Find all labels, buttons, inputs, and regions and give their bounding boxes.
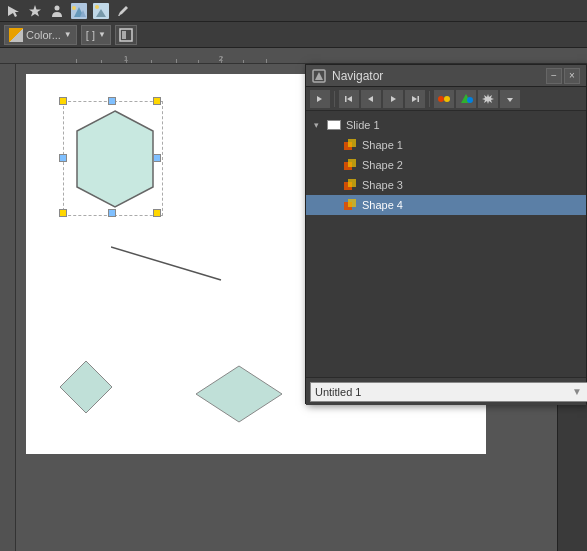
handle-ml[interactable] [59,154,67,162]
color-dropdown-label: Color... [26,29,61,41]
navigator-bottom: Untitled 1 ▼ [306,377,586,405]
tree-item-shape2[interactable]: Shape 2 [306,155,586,175]
shape1-icon [342,138,358,152]
svg-marker-20 [317,96,322,102]
svg-line-15 [111,247,221,280]
navigator-minimize-btn[interactable]: − [546,68,562,84]
pencil-icon[interactable] [114,2,132,20]
handle-bl[interactable] [59,209,67,217]
svg-marker-1 [29,5,41,17]
handle-tl[interactable] [59,97,67,105]
hexagon-container[interactable] [71,109,159,212]
svg-marker-16 [60,361,112,413]
navigator-titlebar[interactable]: Navigator − × [306,65,586,87]
horizontal-ruler: 1 2 [0,48,587,64]
expand-shape2 [326,159,338,171]
tree-item-slide1[interactable]: ▾ Slide 1 [306,115,586,135]
nav-toolbar-separator [334,91,335,107]
star-icon[interactable] [26,2,44,20]
svg-point-2 [55,5,60,10]
navigator-document-select[interactable]: Untitled 1 [310,382,587,402]
svg-point-6 [72,6,76,10]
handle-mr[interactable] [153,154,161,162]
nav-arrow-btn[interactable] [310,90,330,108]
color-dropdown-arrow: ▼ [64,30,72,39]
nav-settings-btn[interactable] [478,90,498,108]
svg-rect-21 [345,96,347,102]
navigator-title-left: Navigator [312,69,383,83]
navigator-close-btn[interactable]: × [564,68,580,84]
handle-br[interactable] [153,209,161,217]
shape3-icon [342,178,358,192]
expand-shape4 [326,199,338,211]
color-swatch [9,28,23,42]
shape4-label: Shape 4 [362,199,403,211]
navigator-panel: Navigator − × [305,64,587,404]
svg-marker-17 [196,366,282,422]
vertical-ruler [0,64,16,551]
expand-slide1[interactable]: ▾ [310,119,322,131]
tree-item-shape3[interactable]: Shape 3 [306,175,586,195]
svg-marker-0 [8,6,19,17]
shape3-label: Shape 3 [362,179,403,191]
expand-shape3 [326,179,338,191]
nav-next-btn[interactable] [383,90,403,108]
second-dropdown-arrow: ▼ [98,30,106,39]
svg-point-28 [444,96,450,102]
diamond-small [58,359,114,415]
svg-marker-32 [507,98,513,102]
svg-point-30 [467,97,473,103]
color-dropdown[interactable]: Color... ▼ [4,25,77,45]
svg-point-9 [95,5,99,9]
svg-point-27 [438,96,444,102]
top-toolbar [0,0,587,22]
svg-rect-26 [418,96,420,102]
slide-icon [326,118,342,132]
navigator-tree[interactable]: ▾ Slide 1 Shape 1 [306,111,586,377]
arrow-icon[interactable] [4,2,22,20]
diagonal-line [111,242,231,282]
nav-color-btn1[interactable] [434,90,454,108]
handle-tm[interactable] [108,97,116,105]
svg-rect-38 [348,179,356,187]
nav-first-btn[interactable] [339,90,359,108]
svg-marker-25 [412,96,417,102]
navigator-title-text: Navigator [332,69,383,83]
nav-last-btn[interactable] [405,90,425,108]
shape2-label: Shape 2 [362,159,403,171]
slide1-label: Slide 1 [346,119,380,131]
nav-menu-btn[interactable] [500,90,520,108]
svg-rect-40 [348,199,356,207]
handle-bm[interactable] [108,209,116,217]
svg-rect-34 [348,139,356,147]
person-icon[interactable] [48,2,66,20]
nav-toolbar-separator2 [429,91,430,107]
svg-rect-36 [348,159,356,167]
shape2-icon [342,158,358,172]
svg-marker-22 [347,96,352,102]
svg-marker-31 [482,94,494,104]
nav-color-btn2[interactable] [456,90,476,108]
expand-shape1 [326,139,338,151]
shape4-icon [342,198,358,212]
svg-marker-14 [77,111,153,207]
second-dropdown-label: [ ] [86,29,95,41]
svg-marker-24 [391,96,396,102]
mountain-icon[interactable] [70,2,88,20]
navigator-window-buttons: − × [546,68,580,84]
navigator-panel-icon [312,69,326,83]
navigator-toolbar [306,87,586,111]
tree-item-shape1[interactable]: Shape 1 [306,135,586,155]
navigator-toggle-btn[interactable] [115,25,137,45]
svg-marker-23 [368,96,373,102]
handle-tr[interactable] [153,97,161,105]
diamond-medium [194,364,284,424]
tree-item-shape4[interactable]: Shape 4 [306,195,586,215]
hexagon-shape [71,109,159,209]
svg-rect-13 [122,31,126,39]
nav-prev-btn[interactable] [361,90,381,108]
shape1-label: Shape 1 [362,139,403,151]
second-dropdown[interactable]: [ ] ▼ [81,25,111,45]
second-toolbar: Color... ▼ [ ] ▼ [0,22,587,48]
image-icon[interactable] [92,2,110,20]
